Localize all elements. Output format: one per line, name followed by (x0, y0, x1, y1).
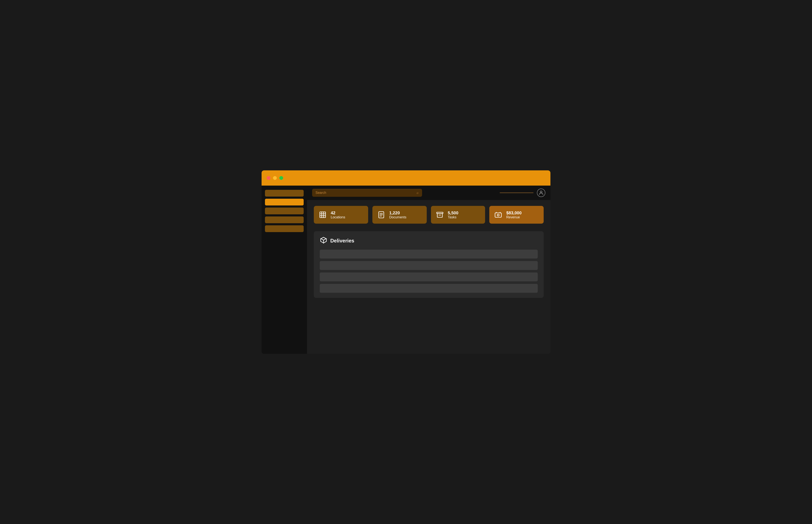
content: 42 Locations 1,220 (307, 200, 550, 354)
tasks-label: Tasks (448, 215, 458, 219)
stat-card-revenue[interactable]: $83,000 Revenue (489, 206, 544, 224)
documents-text: 1,220 Documents (389, 210, 406, 219)
app-window: ⌕ (262, 170, 550, 354)
sidebar-item-5[interactable] (265, 225, 304, 232)
titlebar (262, 170, 550, 185)
stat-card-locations[interactable]: 42 Locations (314, 206, 368, 224)
delivery-row[interactable] (320, 284, 538, 293)
deliveries-header: Deliveries (320, 236, 538, 245)
document-icon (377, 210, 386, 219)
tasks-number: 5,500 (448, 210, 458, 215)
stat-card-tasks[interactable]: 5,500 Tasks (431, 206, 485, 224)
search-input[interactable] (315, 191, 415, 195)
search-bar[interactable]: ⌕ (312, 189, 422, 197)
svg-point-0 (540, 191, 542, 193)
documents-number: 1,220 (389, 210, 406, 215)
app-body: ⌕ (262, 185, 550, 354)
deliveries-section: Deliveries (314, 231, 544, 298)
sidebar-item-3[interactable] (265, 208, 304, 214)
archive-icon (435, 210, 444, 219)
topbar-line (500, 192, 534, 193)
svg-rect-8 (437, 213, 442, 217)
topbar: ⌕ (307, 185, 550, 200)
documents-label: Documents (389, 215, 406, 219)
search-icon: ⌕ (417, 191, 419, 195)
minimize-button[interactable] (273, 176, 277, 180)
locations-text: 42 Locations (331, 210, 345, 219)
sidebar (262, 185, 307, 354)
locations-label: Locations (331, 215, 345, 219)
svg-rect-1 (320, 212, 326, 217)
topbar-right (500, 189, 545, 197)
sidebar-item-4[interactable] (265, 216, 304, 223)
svg-rect-9 (495, 213, 501, 217)
main-area: ⌕ (307, 185, 550, 354)
box-icon (320, 236, 327, 245)
locations-number: 42 (331, 210, 345, 215)
maximize-button[interactable] (279, 176, 283, 180)
user-avatar[interactable] (537, 189, 545, 197)
money-icon (493, 210, 503, 219)
revenue-text: $83,000 Revenue (506, 210, 521, 219)
svg-point-10 (497, 214, 499, 216)
delivery-row[interactable] (320, 273, 538, 281)
delivery-row[interactable] (320, 250, 538, 259)
close-button[interactable] (267, 176, 271, 180)
sidebar-item-2[interactable] (265, 199, 304, 206)
building-icon (318, 210, 327, 219)
revenue-number: $83,000 (506, 210, 521, 215)
tasks-text: 5,500 Tasks (448, 210, 458, 219)
sidebar-item-1[interactable] (265, 190, 304, 197)
revenue-label: Revenue (506, 215, 521, 219)
stats-row: 42 Locations 1,220 (314, 206, 544, 224)
stat-card-documents[interactable]: 1,220 Documents (372, 206, 427, 224)
delivery-row[interactable] (320, 261, 538, 270)
deliveries-title: Deliveries (330, 238, 354, 244)
